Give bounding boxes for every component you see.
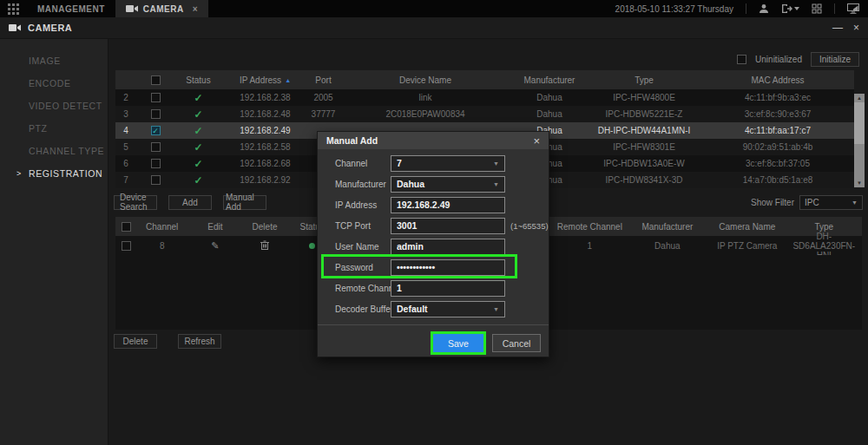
tab-management[interactable]: MANAGEMENT (27, 0, 115, 17)
keypad-icon[interactable] (812, 3, 822, 14)
device-table-header: Status IP Address▲ Port Device Name Manu… (115, 70, 854, 89)
dialog-titlebar: Manual Add × (318, 132, 549, 149)
table-row[interactable]: 2 ✓ 192.168.2.38 2005 link Dahua IPC-HFW… (115, 89, 854, 106)
manufacturer-dropdown[interactable]: Dahua ▼ (391, 176, 505, 193)
row-checkbox[interactable] (122, 241, 131, 251)
row-checkbox[interactable] (151, 159, 161, 168)
chevron-down-icon: ▼ (493, 160, 499, 167)
sidebar-item-video-detect[interactable]: VIDEO DETECT (0, 95, 108, 117)
vertical-scrollbar[interactable]: ▲ ▼ (854, 94, 865, 187)
scrollbar-down-icon[interactable]: ▼ (854, 179, 865, 187)
chevron-down-icon: ▼ (852, 200, 858, 206)
row-number: 4 (115, 126, 136, 135)
app-launcher-button[interactable] (0, 0, 27, 17)
row-number: 3 (115, 109, 136, 119)
device-search-button[interactable]: Device Search (114, 195, 157, 210)
online-check-icon: ✓ (194, 92, 202, 104)
sidebar-item-channel-type[interactable]: CHANNEL TYPE (0, 140, 108, 162)
close-icon[interactable]: × (853, 22, 859, 34)
app-grid-icon (8, 3, 19, 15)
user-name-label: User Name (335, 242, 379, 252)
minimize-icon[interactable]: — (832, 22, 843, 34)
delete-trash-icon[interactable] (260, 240, 269, 250)
select-all-checkbox[interactable] (122, 222, 131, 232)
show-filter-value: IPC (805, 198, 819, 207)
divider (834, 3, 835, 14)
row-number: 6 (115, 159, 136, 168)
row-number: 7 (115, 175, 136, 185)
cell-type: DH-IPC-HDW44A1MN-I (587, 126, 701, 135)
sidebar-item-label: IMAGE (29, 56, 61, 66)
user-icon[interactable] (759, 3, 769, 14)
dialog-close-icon[interactable]: × (533, 134, 540, 147)
app-window: MANAGEMENT CAMERA × 2018-05-10 11:33:27 … (0, 0, 868, 445)
sidebar-item-ptz[interactable]: PTZ (0, 117, 108, 140)
chevron-down-icon: ▼ (493, 181, 499, 187)
cell-mac: 3c:ef:8c:bf:37:05 (701, 159, 854, 168)
refresh-button[interactable]: Refresh (178, 334, 221, 349)
row-checkbox[interactable] (151, 142, 161, 152)
channel-label: Channel (335, 159, 367, 168)
col-port: Port (308, 75, 339, 85)
caret-down-icon (794, 7, 799, 10)
uninitialized-label: Uninitialized (755, 55, 802, 64)
sidebar-item-label: CHANNEL TYPE (29, 146, 104, 156)
decoder-buffer-dropdown[interactable]: Default ▼ (391, 301, 505, 317)
initialize-button[interactable]: Initialize (811, 52, 859, 67)
channel-dropdown[interactable]: 7 ▼ (391, 155, 505, 172)
sidebar: IMAGE ENCODE VIDEO DETECT PTZ CHANNEL TY… (0, 39, 108, 445)
row-checkbox-checked[interactable] (151, 126, 161, 135)
display-icon[interactable] (847, 3, 859, 14)
delete-button[interactable]: Delete (114, 334, 157, 349)
tcp-port-field[interactable] (391, 218, 505, 234)
cell-mac: 3c:ef:8c:90:e3:67 (701, 109, 854, 119)
cancel-button[interactable]: Cancel (492, 334, 541, 352)
online-check-icon: ✓ (194, 158, 202, 170)
row-number: 2 (115, 93, 136, 102)
row-checkbox[interactable] (151, 109, 161, 119)
cell-type: IPC-HDBW5221E-Z (587, 109, 701, 119)
cell-manufacturer: Dahua (512, 93, 587, 102)
clock-datetime: 2018-05-10 11:33:27 Thursday (615, 4, 733, 14)
scrollbar-thumb[interactable] (854, 102, 865, 144)
logout-button[interactable] (781, 3, 799, 14)
save-highlight-annotation: Save (431, 331, 486, 355)
remote-channel-field[interactable] (391, 280, 505, 297)
col-device-name: Device Name (339, 75, 512, 85)
col-type: Type (786, 222, 862, 232)
cell-port: 37777 (308, 109, 339, 119)
cell-channel: 8 (137, 241, 187, 251)
show-filter-dropdown[interactable]: IPC ▼ (799, 195, 863, 210)
sidebar-item-encode[interactable]: ENCODE (0, 72, 108, 95)
cell-device-name: link (339, 93, 512, 102)
password-field[interactable] (391, 259, 505, 276)
tab-camera-label: CAMERA (143, 4, 184, 14)
dialog-divider (318, 324, 549, 325)
col-ip-address[interactable]: IP Address▲ (222, 75, 308, 85)
ip-address-field[interactable] (391, 197, 505, 213)
row-checkbox[interactable] (151, 175, 161, 185)
user-name-field[interactable] (391, 239, 505, 255)
tab-close-icon[interactable]: × (193, 4, 198, 14)
add-button[interactable]: Add (168, 195, 212, 210)
tcp-port-label: TCP Port (335, 221, 371, 231)
sidebar-item-label: VIDEO DETECT (29, 101, 102, 111)
row-checkbox[interactable] (151, 93, 161, 102)
manufacturer-label: Manufacturer (335, 180, 386, 189)
scrollbar-up-icon[interactable]: ▲ (854, 94, 865, 102)
tab-camera[interactable]: CAMERA × (115, 0, 208, 17)
cell-mac: 4c:11:bf:aa:17:c7 (701, 126, 854, 135)
table-row[interactable]: 3 ✓ 192.168.2.48 37777 2C018E0PAW00834 D… (115, 106, 854, 122)
sidebar-item-label: PTZ (29, 123, 48, 134)
edit-pencil-icon[interactable]: ✎ (211, 240, 219, 251)
sort-asc-icon: ▲ (285, 77, 291, 83)
show-filter-label: Show Filter (751, 198, 794, 207)
uninitialized-checkbox[interactable] (737, 55, 746, 64)
cell-manufacturer: Dahua (512, 109, 587, 119)
select-all-checkbox[interactable] (151, 75, 161, 85)
sidebar-item-image[interactable]: IMAGE (0, 49, 108, 72)
save-button[interactable]: Save (433, 334, 483, 352)
manual-add-button[interactable]: Manual Add (223, 195, 266, 210)
col-camera-name: Camera Name (708, 222, 786, 232)
sidebar-item-registration[interactable]: >REGISTRATION (0, 162, 108, 185)
